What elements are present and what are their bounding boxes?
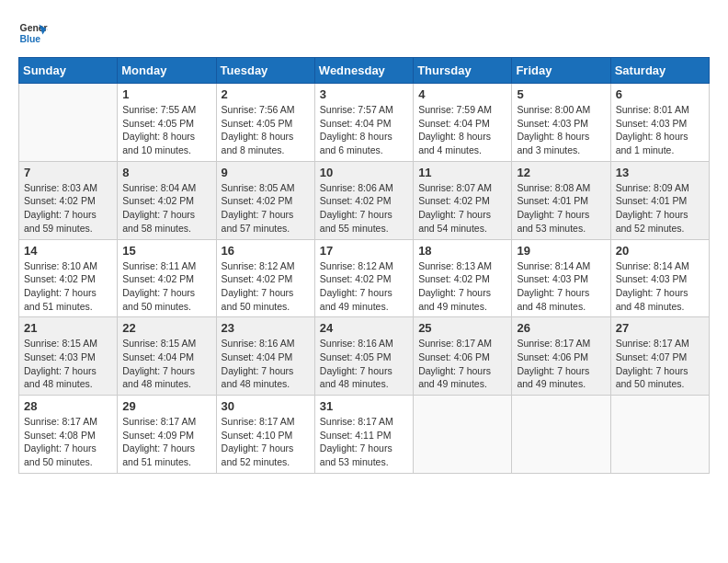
day-number: 22 bbox=[122, 321, 210, 335]
day-info: Sunrise: 7:56 AMSunset: 4:05 PMDaylight:… bbox=[222, 103, 310, 157]
calendar-cell: 4Sunrise: 7:59 AMSunset: 4:04 PMDaylight… bbox=[414, 84, 512, 162]
calendar-cell: 26Sunrise: 8:17 AMSunset: 4:06 PMDayligh… bbox=[512, 317, 610, 396]
calendar-cell: 10Sunrise: 8:06 AMSunset: 4:02 PMDayligh… bbox=[314, 161, 413, 239]
calendar-header-row: SundayMondayTuesdayWednesdayThursdayFrid… bbox=[19, 58, 710, 84]
day-number: 24 bbox=[320, 321, 408, 335]
day-number: 1 bbox=[122, 87, 210, 101]
day-number: 2 bbox=[222, 87, 310, 101]
day-info: Sunrise: 8:17 AMSunset: 4:07 PMDaylight:… bbox=[616, 337, 704, 391]
weekday-header: Thursday bbox=[414, 58, 512, 84]
calendar-cell bbox=[610, 396, 709, 474]
calendar-week-row: 28Sunrise: 8:17 AMSunset: 4:08 PMDayligh… bbox=[19, 396, 710, 474]
day-info: Sunrise: 8:08 AMSunset: 4:01 PMDaylight:… bbox=[517, 181, 605, 236]
day-number: 30 bbox=[222, 399, 310, 413]
calendar-cell: 3Sunrise: 7:57 AMSunset: 4:04 PMDaylight… bbox=[314, 84, 413, 162]
calendar-body: 1Sunrise: 7:55 AMSunset: 4:05 PMDaylight… bbox=[19, 84, 710, 474]
calendar-cell: 19Sunrise: 8:14 AMSunset: 4:03 PMDayligh… bbox=[512, 239, 610, 317]
day-info: Sunrise: 8:16 AMSunset: 4:04 PMDaylight:… bbox=[222, 337, 310, 391]
day-number: 12 bbox=[517, 166, 605, 179]
day-info: Sunrise: 8:09 AMSunset: 4:01 PMDaylight:… bbox=[616, 181, 704, 236]
day-info: Sunrise: 8:12 AMSunset: 4:02 PMDaylight:… bbox=[222, 259, 310, 314]
calendar-cell: 18Sunrise: 8:13 AMSunset: 4:02 PMDayligh… bbox=[414, 239, 512, 317]
calendar-table: SundayMondayTuesdayWednesdayThursdayFrid… bbox=[18, 57, 710, 474]
calendar-week-row: 7Sunrise: 8:03 AMSunset: 4:02 PMDaylight… bbox=[19, 161, 710, 239]
calendar-cell: 20Sunrise: 8:14 AMSunset: 4:03 PMDayligh… bbox=[610, 239, 709, 317]
day-info: Sunrise: 7:57 AMSunset: 4:04 PMDaylight:… bbox=[320, 103, 408, 157]
day-number: 18 bbox=[418, 244, 506, 258]
day-number: 10 bbox=[320, 166, 408, 179]
calendar-cell: 21Sunrise: 8:15 AMSunset: 4:03 PMDayligh… bbox=[19, 317, 118, 396]
day-info: Sunrise: 8:15 AMSunset: 4:04 PMDaylight:… bbox=[122, 337, 210, 391]
weekday-header: Wednesday bbox=[314, 58, 413, 84]
weekday-header: Sunday bbox=[19, 58, 118, 84]
day-info: Sunrise: 8:13 AMSunset: 4:02 PMDaylight:… bbox=[418, 259, 506, 314]
day-number: 4 bbox=[418, 87, 506, 101]
page-header: General Blue bbox=[18, 18, 710, 48]
day-number: 25 bbox=[418, 321, 506, 335]
calendar-cell: 31Sunrise: 8:17 AMSunset: 4:11 PMDayligh… bbox=[314, 396, 413, 474]
day-number: 8 bbox=[122, 166, 210, 179]
day-info: Sunrise: 8:15 AMSunset: 4:03 PMDaylight:… bbox=[24, 337, 112, 391]
day-info: Sunrise: 8:14 AMSunset: 4:03 PMDaylight:… bbox=[517, 259, 605, 314]
day-info: Sunrise: 8:17 AMSunset: 4:06 PMDaylight:… bbox=[517, 337, 605, 391]
calendar-cell: 17Sunrise: 8:12 AMSunset: 4:02 PMDayligh… bbox=[314, 239, 413, 317]
day-number: 15 bbox=[122, 244, 210, 258]
calendar-week-row: 14Sunrise: 8:10 AMSunset: 4:02 PMDayligh… bbox=[19, 239, 710, 317]
day-info: Sunrise: 7:55 AMSunset: 4:05 PMDaylight:… bbox=[122, 103, 210, 157]
calendar-cell bbox=[414, 396, 512, 474]
day-info: Sunrise: 8:16 AMSunset: 4:05 PMDaylight:… bbox=[320, 337, 408, 391]
day-number: 27 bbox=[616, 321, 704, 335]
day-number: 21 bbox=[24, 321, 112, 335]
weekday-header: Friday bbox=[512, 58, 610, 84]
day-number: 13 bbox=[616, 166, 704, 179]
day-number: 17 bbox=[320, 244, 408, 258]
day-info: Sunrise: 8:17 AMSunset: 4:06 PMDaylight:… bbox=[418, 337, 506, 391]
calendar-cell: 14Sunrise: 8:10 AMSunset: 4:02 PMDayligh… bbox=[19, 239, 118, 317]
day-number: 11 bbox=[418, 166, 506, 179]
calendar-cell: 8Sunrise: 8:04 AMSunset: 4:02 PMDaylight… bbox=[118, 161, 216, 239]
day-info: Sunrise: 8:04 AMSunset: 4:02 PMDaylight:… bbox=[122, 181, 210, 236]
calendar-cell: 5Sunrise: 8:00 AMSunset: 4:03 PMDaylight… bbox=[512, 84, 610, 162]
day-info: Sunrise: 8:12 AMSunset: 4:02 PMDaylight:… bbox=[320, 259, 408, 314]
day-number: 19 bbox=[517, 244, 605, 258]
day-info: Sunrise: 8:05 AMSunset: 4:02 PMDaylight:… bbox=[222, 181, 310, 236]
day-info: Sunrise: 8:06 AMSunset: 4:02 PMDaylight:… bbox=[320, 181, 408, 236]
calendar-cell: 27Sunrise: 8:17 AMSunset: 4:07 PMDayligh… bbox=[610, 317, 709, 396]
day-info: Sunrise: 8:03 AMSunset: 4:02 PMDaylight:… bbox=[24, 181, 112, 236]
day-number: 9 bbox=[222, 166, 310, 179]
day-number: 16 bbox=[222, 244, 310, 258]
day-number: 5 bbox=[517, 87, 605, 101]
day-info: Sunrise: 7:59 AMSunset: 4:04 PMDaylight:… bbox=[418, 103, 506, 157]
calendar-cell: 28Sunrise: 8:17 AMSunset: 4:08 PMDayligh… bbox=[19, 396, 118, 474]
logo: General Blue bbox=[18, 18, 48, 48]
day-info: Sunrise: 8:01 AMSunset: 4:03 PMDaylight:… bbox=[616, 103, 704, 157]
calendar-cell: 25Sunrise: 8:17 AMSunset: 4:06 PMDayligh… bbox=[414, 317, 512, 396]
calendar-cell: 12Sunrise: 8:08 AMSunset: 4:01 PMDayligh… bbox=[512, 161, 610, 239]
day-number: 14 bbox=[24, 244, 112, 258]
calendar-cell: 2Sunrise: 7:56 AMSunset: 4:05 PMDaylight… bbox=[216, 84, 314, 162]
day-number: 31 bbox=[320, 399, 408, 413]
calendar-cell: 9Sunrise: 8:05 AMSunset: 4:02 PMDaylight… bbox=[216, 161, 314, 239]
logo-icon: General Blue bbox=[18, 18, 48, 48]
calendar-cell: 22Sunrise: 8:15 AMSunset: 4:04 PMDayligh… bbox=[118, 317, 216, 396]
calendar-cell bbox=[19, 84, 118, 162]
calendar-cell: 6Sunrise: 8:01 AMSunset: 4:03 PMDaylight… bbox=[610, 84, 709, 162]
day-info: Sunrise: 8:11 AMSunset: 4:02 PMDaylight:… bbox=[122, 259, 210, 314]
day-info: Sunrise: 8:17 AMSunset: 4:09 PMDaylight:… bbox=[122, 415, 210, 469]
calendar-cell: 13Sunrise: 8:09 AMSunset: 4:01 PMDayligh… bbox=[610, 161, 709, 239]
day-number: 29 bbox=[122, 399, 210, 413]
svg-text:Blue: Blue bbox=[20, 34, 41, 44]
day-number: 6 bbox=[616, 87, 704, 101]
calendar-cell: 1Sunrise: 7:55 AMSunset: 4:05 PMDaylight… bbox=[118, 84, 216, 162]
day-number: 23 bbox=[222, 321, 310, 335]
day-number: 7 bbox=[24, 166, 112, 179]
calendar-cell bbox=[512, 396, 610, 474]
calendar-cell: 24Sunrise: 8:16 AMSunset: 4:05 PMDayligh… bbox=[314, 317, 413, 396]
weekday-header: Monday bbox=[118, 58, 216, 84]
day-number: 26 bbox=[517, 321, 605, 335]
calendar-cell: 23Sunrise: 8:16 AMSunset: 4:04 PMDayligh… bbox=[216, 317, 314, 396]
calendar-cell: 30Sunrise: 8:17 AMSunset: 4:10 PMDayligh… bbox=[216, 396, 314, 474]
day-info: Sunrise: 8:00 AMSunset: 4:03 PMDaylight:… bbox=[517, 103, 605, 157]
calendar-week-row: 1Sunrise: 7:55 AMSunset: 4:05 PMDaylight… bbox=[19, 84, 710, 162]
calendar-cell: 29Sunrise: 8:17 AMSunset: 4:09 PMDayligh… bbox=[118, 396, 216, 474]
